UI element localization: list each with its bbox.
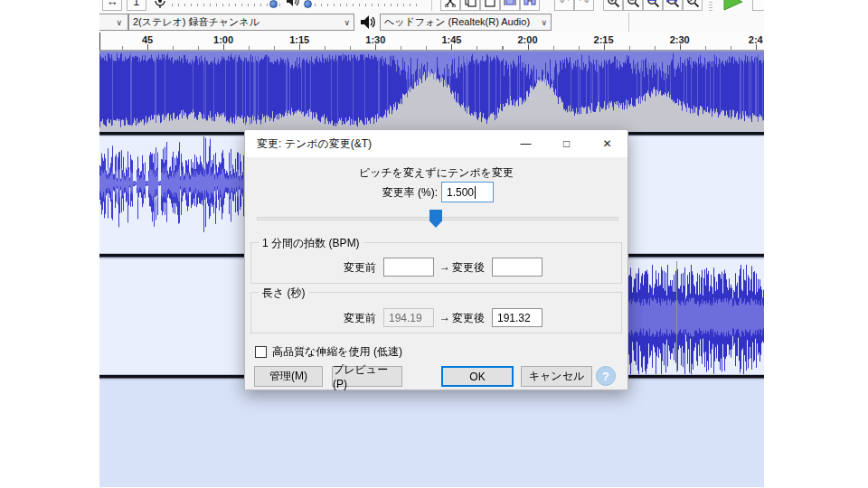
trim-audio-icon[interactable]	[500, 0, 520, 11]
ruler-tick	[147, 44, 148, 50]
maximize-button[interactable]: □	[546, 130, 587, 157]
dialog-titlebar[interactable]: 変更: テンポの変更(&T) — □ ✕	[245, 130, 627, 157]
recording-device-combo-partial[interactable]: ∨	[99, 14, 128, 31]
undo-icon[interactable]: ↶	[554, 0, 574, 11]
device-toolbar: ∨ 2(ステレオ) 録音チャンネル ∨ ヘッドフォン (Realtek(R) A…	[99, 12, 764, 33]
zoom-toggle-icon[interactable]	[683, 0, 703, 11]
ruler-tick	[223, 44, 224, 50]
ruler-tick	[553, 46, 554, 50]
fit-selection-icon[interactable]	[643, 0, 663, 11]
ruler-tick	[705, 46, 706, 50]
tempo-slider-thumb[interactable]	[429, 210, 442, 228]
speaker-icon	[360, 14, 377, 33]
speaker-icon	[286, 0, 300, 7]
waveform-canvas-track-2[interactable]	[99, 136, 244, 253]
ok-button[interactable]: OK	[441, 366, 514, 387]
ruler-tick	[375, 44, 376, 50]
recording-volume-knob[interactable]	[269, 0, 278, 8]
cut-icon[interactable]	[440, 0, 460, 11]
ruler-tick	[731, 46, 731, 50]
cancel-button[interactable]: キャンセル	[521, 366, 592, 387]
ruler-tick	[528, 44, 529, 50]
ruler-tick	[680, 44, 681, 50]
ruler-tick	[325, 46, 326, 50]
length-after-label: 変更後	[452, 311, 485, 326]
playback-device-combo[interactable]: ヘッドフォン (Realtek(R) Audio) ∨	[380, 14, 552, 31]
playback-volume-slider[interactable]	[315, 4, 420, 6]
minimize-button[interactable]: —	[505, 130, 546, 157]
bpm-arrow: →	[438, 260, 452, 273]
length-arrow: →	[438, 311, 452, 324]
high-quality-checkbox[interactable]	[255, 346, 267, 358]
preview-button[interactable]: プレビュー(P)	[332, 366, 402, 387]
zoom-in-icon[interactable]	[603, 0, 623, 11]
waveform-canvas-track-1[interactable]	[99, 52, 764, 131]
length-before-label: 変更前	[245, 311, 376, 326]
ruler-tick	[401, 46, 401, 50]
ruler-tick	[299, 44, 300, 50]
paste-icon[interactable]	[480, 0, 500, 11]
ruler-tick	[579, 46, 580, 50]
length-after-input[interactable]: 191.32	[492, 308, 542, 327]
recording-channels-combo[interactable]: 2(ステレオ) 録音チャンネル ∨	[128, 14, 354, 31]
top-toolbar: ↔ ↥	[99, 0, 764, 12]
percent-change-input[interactable]: 1.500	[441, 182, 494, 202]
percent-change-value: 1.500	[447, 186, 474, 199]
zoom-out-icon[interactable]	[623, 0, 643, 11]
time-shift-tool-icon[interactable]: ↔	[102, 0, 122, 11]
length-before-input-disabled: 194.19	[383, 308, 434, 327]
chevron-down-icon: ∨	[535, 18, 547, 27]
chevron-down-icon: ∨	[116, 18, 122, 27]
play-at-speed-icon[interactable]	[722, 0, 745, 12]
ruler-tick	[350, 46, 351, 50]
ruler-tick	[249, 46, 250, 50]
partial-toolbar-button[interactable]	[752, 0, 764, 11]
screenshot-stage: ↔ ↥	[0, 0, 868, 488]
ruler-tick	[655, 46, 656, 50]
silence-audio-icon[interactable]	[520, 0, 540, 11]
multi-tool-icon[interactable]: ↥	[127, 0, 146, 11]
fit-project-icon[interactable]	[663, 0, 683, 11]
chevron-down-icon: ∨	[338, 18, 350, 27]
percent-change-label: 変更率 (%):	[245, 185, 438, 201]
ruler-tick	[173, 46, 174, 50]
high-quality-checkbox-label: 高品質な伸縮を使用 (低速)	[272, 344, 402, 360]
recording-volume-slider[interactable]	[172, 4, 280, 6]
playback-device-value: ヘッドフォン (Realtek(R) Audio)	[384, 15, 530, 29]
change-tempo-dialog: 変更: テンポの変更(&T) — □ ✕ ピッチを変えずにテンポを変更 変更率 …	[244, 129, 628, 390]
toolbar-grabber[interactable]	[709, 0, 712, 11]
ruler-tick	[476, 46, 477, 50]
microphone-icon	[154, 0, 166, 10]
ruler-tick	[426, 46, 427, 50]
ruler-tick	[604, 44, 605, 50]
help-button[interactable]: ?	[596, 366, 616, 386]
recording-channels-value: 2(ステレオ) 録音チャンネル	[133, 15, 259, 29]
close-button[interactable]: ✕	[587, 130, 627, 157]
ruler-tick	[122, 46, 123, 50]
bpm-before-label: 変更前	[245, 260, 376, 276]
redo-icon[interactable]: ↷	[574, 0, 594, 11]
dialog-subtitle: ピッチを変えずにテンポを変更	[245, 165, 627, 181]
ruler-tick	[629, 46, 630, 50]
bpm-after-input[interactable]	[492, 258, 542, 277]
ruler-tick	[503, 46, 504, 50]
length-before-value: 194.19	[389, 312, 422, 324]
ruler-tick	[451, 44, 452, 50]
bpm-before-input[interactable]	[383, 258, 434, 277]
text-caret	[475, 186, 476, 199]
ruler-tick	[274, 46, 275, 50]
ruler-tick	[198, 46, 199, 50]
toolbar-separator	[431, 0, 432, 11]
bpm-group-legend: 1 分間の拍数 (BPM)	[259, 236, 363, 251]
dialog-body: ピッチを変えずにテンポを変更 変更率 (%): 1.500 1 分間の拍数 (B…	[245, 157, 627, 391]
manage-button[interactable]: 管理(M)	[254, 366, 323, 387]
waveform-canvas-track-3[interactable]	[628, 259, 764, 374]
track-1-waveform[interactable]	[99, 52, 764, 131]
copy-icon[interactable]	[460, 0, 480, 11]
playback-volume-knob[interactable]	[304, 0, 312, 8]
empty-workspace	[99, 380, 764, 487]
timeline-ruler[interactable]: 451:001:151:301:452:002:152:302:4	[99, 33, 764, 52]
toolbar-separator	[628, 13, 629, 32]
length-group-legend: 長さ (秒)	[259, 286, 309, 301]
dialog-title: 変更: テンポの変更(&T)	[245, 136, 372, 152]
